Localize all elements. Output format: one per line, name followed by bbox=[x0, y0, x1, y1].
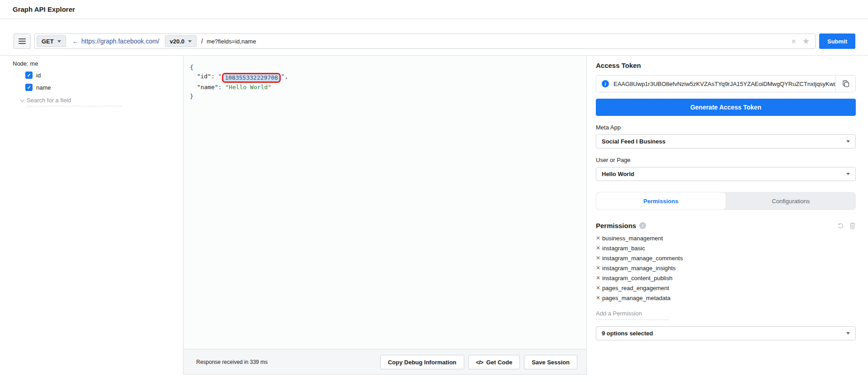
remove-permission-icon[interactable]: ✕ bbox=[596, 245, 602, 251]
chevron-down-icon bbox=[188, 40, 192, 43]
app-header: Graph API Explorer bbox=[0, 0, 868, 19]
copy-token-button[interactable] bbox=[835, 76, 855, 92]
submit-button[interactable]: Submit bbox=[819, 33, 855, 49]
generate-token-button[interactable]: Generate Access Token bbox=[596, 99, 856, 116]
json-line: "id": "108355332229708", bbox=[190, 72, 288, 83]
code-icon: </> bbox=[476, 359, 483, 366]
remove-permission-icon[interactable]: ✕ bbox=[596, 275, 602, 281]
permission-label: instagram_manage_insights bbox=[602, 265, 676, 272]
name-key: "name" bbox=[197, 84, 218, 91]
permission-label: business_management bbox=[602, 235, 663, 242]
response-status: Response received in 339 ms bbox=[196, 359, 268, 365]
access-token-heading: Access Token bbox=[596, 62, 856, 69]
permission-label: instagram_basic bbox=[602, 245, 645, 252]
check-icon: ✓ bbox=[27, 72, 31, 79]
get-code-label: Get Code bbox=[486, 359, 512, 366]
footer-actions: Copy Debug Information </> Get Code Save… bbox=[380, 355, 577, 369]
trash-icon[interactable] bbox=[849, 222, 856, 229]
clear-input-icon[interactable]: ✕ bbox=[788, 38, 799, 45]
undo-icon[interactable] bbox=[837, 222, 844, 229]
add-permission-field[interactable]: Add a Permission bbox=[596, 310, 668, 320]
selected-app: Social Feed I Business bbox=[602, 138, 665, 145]
remove-permission-icon[interactable]: ✕ bbox=[596, 295, 602, 301]
method-dropdown[interactable]: GET bbox=[37, 35, 66, 47]
user-or-page-select[interactable]: Hello World bbox=[596, 167, 856, 181]
json-line: "name": "Hello World" bbox=[190, 83, 288, 92]
token-value: EAAG8Uwp1r3UBO8efvNziw5zKVZAsTYq9rJA15YZ… bbox=[613, 81, 835, 87]
tab-permissions[interactable]: Permissions bbox=[596, 192, 726, 210]
permission-label: instagram_manage_comments bbox=[602, 255, 683, 262]
permissions-list: ✕ business_management ✕ instagram_basic … bbox=[596, 233, 856, 303]
search-field-placeholder[interactable]: Search for a field bbox=[27, 97, 122, 106]
chevron-down-icon bbox=[846, 332, 850, 334]
base-url-text: https://graph.facebook.com/ bbox=[81, 38, 160, 45]
field-row-id[interactable]: ✓ id bbox=[25, 71, 183, 79]
tabs: Permissions Configurations bbox=[596, 192, 856, 210]
method-label: GET bbox=[42, 38, 54, 45]
permission-label: pages_read_engagement bbox=[602, 285, 669, 291]
permissions-actions bbox=[837, 222, 856, 229]
favorite-star-icon[interactable]: ★ bbox=[802, 37, 810, 45]
menu-button[interactable] bbox=[14, 33, 31, 49]
permission-item: ✕ pages_read_engagement bbox=[596, 283, 856, 293]
copy-icon bbox=[842, 80, 849, 87]
field-search-row[interactable]: Search for a field bbox=[21, 97, 183, 106]
options-selected-label: 9 options selected bbox=[602, 330, 653, 337]
node-label: Node: me bbox=[13, 60, 183, 67]
permission-item: ✕ instagram_manage_insights bbox=[596, 263, 856, 273]
version-label: v20.0 bbox=[170, 38, 185, 45]
request-bar[interactable]: GET ←https://graph.facebook.com/ v20.0 /… bbox=[34, 33, 816, 49]
json-line: } bbox=[190, 92, 288, 101]
response-panel: {"id": "108355332229708","name": "Hello … bbox=[183, 56, 587, 375]
save-session-button[interactable]: Save Session bbox=[524, 355, 577, 369]
chevron-down-icon bbox=[846, 173, 850, 175]
meta-app-label: Meta App bbox=[596, 124, 856, 131]
path-separator: / bbox=[201, 38, 203, 45]
user-or-page-label: User or Page bbox=[596, 157, 856, 163]
info-icon: i bbox=[602, 80, 609, 87]
chevron-down-icon bbox=[57, 40, 61, 43]
tab-configurations[interactable]: Configurations bbox=[726, 192, 856, 210]
field-label: name bbox=[36, 84, 51, 91]
permission-item: ✕ pages_manage_metadata bbox=[596, 293, 856, 303]
permissions-info-icon: i bbox=[639, 222, 646, 229]
permissions-heading: Permissions bbox=[596, 222, 636, 229]
chevron-down-icon bbox=[20, 98, 25, 102]
copy-debug-button[interactable]: Copy Debug Information bbox=[380, 355, 464, 369]
name-value: "Hello World" bbox=[225, 84, 271, 91]
request-path-input[interactable]: me?fields=id,name bbox=[207, 38, 256, 45]
back-arrow-icon: ← bbox=[72, 38, 79, 45]
copy-debug-label: Copy Debug Information bbox=[388, 359, 457, 366]
field-label: id bbox=[36, 72, 41, 79]
permission-label: pages_manage_metadata bbox=[602, 295, 670, 301]
permission-item: ✕ instagram_manage_comments bbox=[596, 253, 856, 263]
permission-item: ✕ business_management bbox=[596, 233, 856, 243]
json-line: { bbox=[190, 63, 288, 72]
chevron-down-icon bbox=[846, 140, 850, 143]
id-value-annotation: 108355332229708 bbox=[222, 73, 280, 83]
access-token-panel: Access Token i EAAG8Uwp1r3UBO8efvNziw5zK… bbox=[596, 56, 856, 340]
meta-app-select[interactable]: Social Feed I Business bbox=[596, 134, 856, 148]
get-code-button[interactable]: </> Get Code bbox=[468, 355, 520, 369]
permissions-header-row: Permissions i bbox=[596, 222, 856, 229]
graph-url-label: ←https://graph.facebook.com/ bbox=[72, 38, 160, 45]
hamburger-icon bbox=[19, 37, 26, 45]
sidebar: Node: me ✓ id ✓ name Search for a field bbox=[0, 56, 183, 375]
permission-label: instagram_content_publish bbox=[602, 275, 672, 282]
remove-permission-icon[interactable]: ✕ bbox=[596, 255, 602, 261]
checkbox-name[interactable]: ✓ bbox=[25, 84, 33, 91]
json-response: {"id": "108355332229708","name": "Hello … bbox=[190, 63, 288, 101]
options-selected-select[interactable]: 9 options selected bbox=[596, 326, 856, 340]
remove-permission-icon[interactable]: ✕ bbox=[596, 285, 602, 291]
check-icon: ✓ bbox=[27, 84, 31, 91]
remove-permission-icon[interactable]: ✕ bbox=[596, 265, 602, 271]
checkbox-id[interactable]: ✓ bbox=[25, 72, 33, 79]
id-key: "id" bbox=[197, 73, 211, 80]
permission-item: ✕ instagram_content_publish bbox=[596, 273, 856, 283]
permission-item: ✕ instagram_basic bbox=[596, 243, 856, 253]
version-dropdown[interactable]: v20.0 bbox=[165, 35, 197, 47]
page-title: Graph API Explorer bbox=[13, 0, 75, 19]
remove-permission-icon[interactable]: ✕ bbox=[596, 235, 602, 241]
token-field[interactable]: i EAAG8Uwp1r3UBO8efvNziw5zKVZAsTYq9rJA15… bbox=[596, 75, 856, 92]
field-row-name[interactable]: ✓ name bbox=[25, 83, 183, 91]
